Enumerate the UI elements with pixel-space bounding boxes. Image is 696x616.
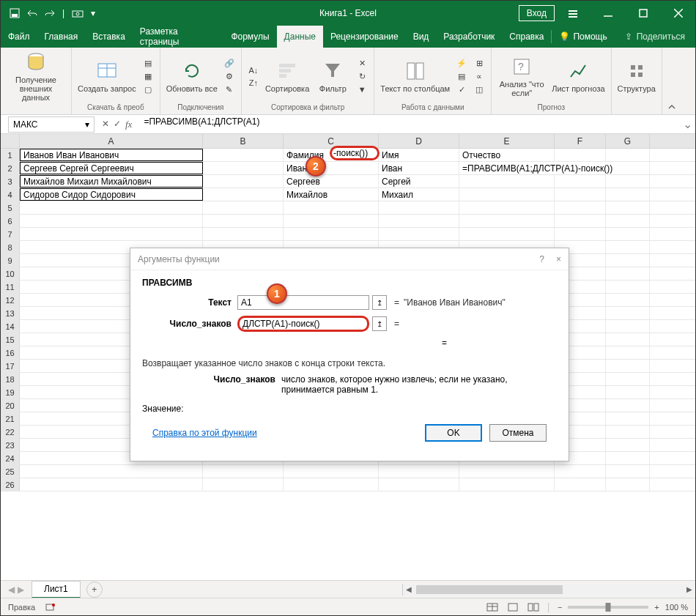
flash-fill-button[interactable]: ⚡ xyxy=(456,57,467,69)
manage-model-button[interactable]: ◫ xyxy=(473,84,485,95)
menu-developer[interactable]: Разработчик xyxy=(436,26,502,48)
dialog-titlebar[interactable]: Аргументы функции ? × xyxy=(130,248,569,270)
cell-G1[interactable] xyxy=(606,149,650,161)
zoom-slider[interactable] xyxy=(568,606,648,609)
ribbon-options-button[interactable] xyxy=(556,1,590,26)
what-if-button[interactable]: ? Анализ "что если" xyxy=(497,55,546,97)
ok-button[interactable]: OK xyxy=(425,424,482,442)
cell-C2[interactable]: Иванов xyxy=(284,162,379,174)
clear-filter-button[interactable]: ✕ xyxy=(356,57,368,69)
cell-A2[interactable]: Сергеев Сергей Сергеевич xyxy=(20,162,203,174)
menu-file[interactable]: Файл xyxy=(1,26,37,48)
scroll-right-button[interactable]: ▶ xyxy=(684,585,695,593)
login-button[interactable]: Вход xyxy=(519,5,555,21)
row-header-20[interactable]: 20 xyxy=(1,399,20,412)
col-header-D[interactable]: D xyxy=(379,134,459,148)
row-header-14[interactable]: 14 xyxy=(1,320,20,333)
cell-G4[interactable] xyxy=(606,188,650,201)
filter-button[interactable]: Фильтр xyxy=(315,59,350,93)
view-normal-button[interactable] xyxy=(485,601,500,613)
forecast-sheet-button[interactable]: Лист прогноза xyxy=(552,59,604,93)
row-header-5[interactable]: 5 xyxy=(1,201,20,214)
data-validation-button[interactable]: ✓ xyxy=(456,84,467,95)
row-header-8[interactable]: 8 xyxy=(1,241,20,253)
row-header-11[interactable]: 11 xyxy=(1,281,20,293)
cell-A4[interactable]: Сидоров Сидор Сидорович xyxy=(20,188,203,201)
cell-A3[interactable]: Михайлов Михаил Михайлович xyxy=(20,175,203,188)
advanced-button[interactable]: ▼ xyxy=(356,84,368,95)
consolidate-button[interactable]: ⊞ xyxy=(473,57,485,69)
dialog-help-button[interactable]: ? xyxy=(539,254,544,264)
row-header-19[interactable]: 19 xyxy=(1,386,20,398)
cell-E1[interactable]: Отчество xyxy=(459,149,555,161)
cell-C3[interactable]: Сергеев xyxy=(284,175,379,188)
cancel-formula-button[interactable]: ✕ xyxy=(102,119,109,130)
cell-D3[interactable]: Сергей xyxy=(379,175,459,188)
reapply-button[interactable]: ↻ xyxy=(356,70,368,82)
get-external-data-button[interactable]: Получение внешних данных xyxy=(7,51,65,102)
cell-B3[interactable] xyxy=(203,175,284,188)
undo-icon[interactable] xyxy=(27,10,37,17)
row-header-26[interactable]: 26 xyxy=(1,478,20,491)
menu-data[interactable]: Данные xyxy=(277,26,323,48)
maximize-button[interactable] xyxy=(626,1,660,26)
redo-icon[interactable] xyxy=(45,10,55,17)
menu-view[interactable]: Вид xyxy=(406,26,437,48)
formula-expand-button[interactable]: ⌄ xyxy=(679,117,695,131)
menu-home[interactable]: Главная xyxy=(37,26,86,48)
col-header-B[interactable]: B xyxy=(203,134,284,148)
cell-F1[interactable] xyxy=(555,149,606,161)
col-header-A[interactable]: A xyxy=(20,134,203,148)
arg1-ref-button[interactable]: ↥ xyxy=(372,295,387,310)
recent-sources-button[interactable]: ▢ xyxy=(142,84,154,95)
minimize-button[interactable] xyxy=(591,1,625,26)
cell-B2[interactable] xyxy=(203,162,284,174)
refresh-all-button[interactable]: Обновить все xyxy=(166,59,218,93)
cell-G3[interactable] xyxy=(606,175,650,188)
camera-icon[interactable] xyxy=(72,9,84,18)
formula-input[interactable]: =ПРАВСИМВ(A1;ДЛСТР(A1) xyxy=(139,116,679,133)
conn-1[interactable]: 🔗 xyxy=(223,57,235,69)
sort-desc-button[interactable]: Z↑ xyxy=(248,77,259,89)
conn-2[interactable]: ⚙ xyxy=(223,70,235,82)
cell-F4[interactable] xyxy=(555,188,606,201)
row-header-13[interactable]: 13 xyxy=(1,307,20,319)
cell-B1[interactable] xyxy=(203,149,284,161)
row-header-25[interactable]: 25 xyxy=(1,465,20,478)
row-header-12[interactable]: 12 xyxy=(1,294,20,306)
scroll-left-button[interactable]: ◀ xyxy=(403,585,415,593)
show-queries-button[interactable]: ▤ xyxy=(142,57,154,69)
horizontal-scrollbar[interactable]: ◀ ▶ xyxy=(402,584,695,595)
dialog-close-button[interactable]: × xyxy=(556,254,561,264)
view-page-break-button[interactable] xyxy=(526,601,541,613)
view-page-layout-button[interactable] xyxy=(506,601,520,613)
sheet-nav-prev[interactable]: ◀ xyxy=(8,585,15,595)
close-button[interactable] xyxy=(662,1,695,26)
row-header-3[interactable]: 3 xyxy=(1,175,20,188)
zoom-level[interactable]: 100 % xyxy=(665,603,688,612)
menu-layout[interactable]: Разметка страницы xyxy=(133,26,224,48)
arg2-input[interactable] xyxy=(237,316,369,332)
menu-insert[interactable]: Вставка xyxy=(85,26,133,48)
macro-record-icon[interactable] xyxy=(45,602,56,612)
text-to-columns-button[interactable]: Текст по столбцам xyxy=(380,59,450,93)
row-header-17[interactable]: 17 xyxy=(1,360,20,372)
qat-dropdown[interactable]: ▾ xyxy=(91,8,95,18)
row-header-1[interactable]: 1 xyxy=(1,149,20,161)
conn-3[interactable]: ✎ xyxy=(223,84,235,95)
arg2-ref-button[interactable]: ↥ xyxy=(372,316,387,331)
row-header-23[interactable]: 23 xyxy=(1,439,20,451)
row-header-16[interactable]: 16 xyxy=(1,346,20,359)
sort-asc-button[interactable]: A↓ xyxy=(248,64,259,76)
menu-help[interactable]: Справка xyxy=(502,26,551,48)
row-header-15[interactable]: 15 xyxy=(1,333,20,346)
remove-dups-button[interactable]: ▤ xyxy=(456,70,467,82)
row-header-9[interactable]: 9 xyxy=(1,254,20,267)
autosave-icon[interactable] xyxy=(10,8,20,18)
row-header-18[interactable]: 18 xyxy=(1,373,20,385)
sheet-nav-next[interactable]: ▶ xyxy=(18,585,24,595)
select-all-button[interactable] xyxy=(1,134,20,148)
row-header-7[interactable]: 7 xyxy=(1,228,20,240)
row-header-24[interactable]: 24 xyxy=(1,452,20,464)
cell-D1[interactable]: Имя xyxy=(379,149,459,161)
